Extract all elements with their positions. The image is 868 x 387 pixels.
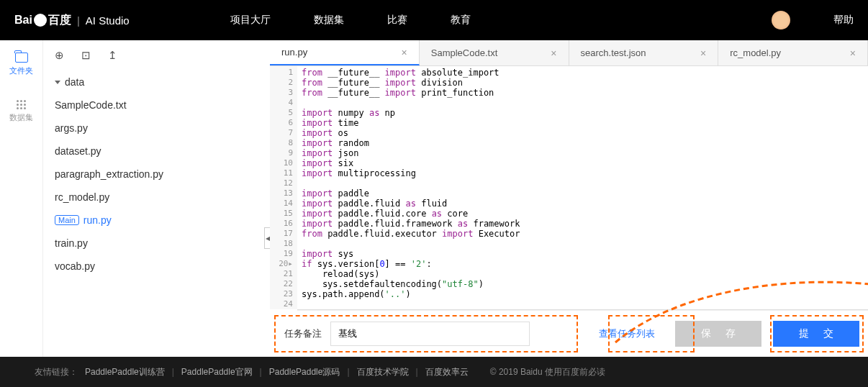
tree-file[interactable]: SampleCode.txt: [55, 94, 258, 117]
footer: 友情链接： PaddlePaddle训练营| PaddlePaddle官网| P…: [0, 357, 868, 387]
nav-projects[interactable]: 项目大厅: [230, 14, 271, 27]
tree-file[interactable]: rc_model.py: [55, 186, 258, 209]
tab-search-json[interactable]: search.test.json×: [569, 40, 719, 65]
close-icon[interactable]: ×: [850, 47, 856, 59]
save-button[interactable]: 保 存: [675, 321, 761, 347]
tree-file[interactable]: args.py: [55, 117, 258, 140]
action-bar: 任务备注 查看任务列表 保 存 提 交: [270, 311, 868, 357]
collapse-handle[interactable]: ◀: [264, 227, 270, 249]
avatar[interactable]: [772, 11, 790, 29]
left-sidebar: 文件夹 数据集: [0, 40, 43, 357]
remark-input[interactable]: [330, 322, 530, 346]
main-area: 文件夹 数据集 ⊕ ⊡ ↥ data SampleCode.txt args.p…: [0, 40, 868, 357]
upload-icon[interactable]: ↥: [108, 49, 117, 62]
file-panel: ⊕ ⊡ ↥ data SampleCode.txt args.py datase…: [43, 40, 270, 357]
nav-education[interactable]: 教育: [451, 14, 471, 27]
new-file-icon[interactable]: ⊕: [55, 49, 64, 62]
close-icon[interactable]: ×: [402, 47, 407, 58]
tree-file[interactable]: train.py: [55, 232, 258, 255]
view-tasks-link[interactable]: 查看任务列表: [590, 322, 664, 346]
grid-icon: [17, 100, 26, 109]
submit-button[interactable]: 提 交: [773, 321, 859, 347]
help-link[interactable]: 帮助: [833, 14, 854, 27]
file-tree: data SampleCode.txt args.py dataset.py p…: [43, 70, 270, 278]
close-icon[interactable]: ×: [551, 47, 556, 59]
footer-link[interactable]: PaddlePaddle源码: [269, 366, 340, 378]
tab-rcmodel[interactable]: rc_model.py×: [718, 40, 868, 65]
editor: ◀ run.py× SampleCode.txt× search.test.js…: [270, 40, 868, 357]
baidu-logo: Bai百度: [14, 13, 71, 28]
footer-link[interactable]: 百度效率云: [425, 366, 469, 378]
remark-label: 任务备注: [284, 327, 322, 340]
new-folder-icon[interactable]: ⊡: [81, 49, 91, 62]
tree-file[interactable]: paragraph_extraction.py: [55, 163, 258, 186]
sidebar-dataset[interactable]: 数据集: [0, 88, 42, 135]
product-name: AI Studio: [86, 14, 130, 27]
footer-link[interactable]: PaddlePaddle训练营: [85, 366, 165, 378]
tree-folder-data[interactable]: data: [55, 70, 258, 94]
tab-run-py[interactable]: run.py×: [270, 40, 420, 65]
footer-link[interactable]: 百度技术学院: [357, 366, 409, 378]
editor-tabs: run.py× SampleCode.txt× search.test.json…: [270, 40, 868, 66]
main-badge: Main: [55, 215, 79, 225]
main-nav: 项目大厅 数据集 比赛 教育: [230, 14, 471, 27]
footer-label: 友情链接：: [35, 366, 78, 378]
close-icon[interactable]: ×: [700, 47, 706, 59]
tree-file[interactable]: vocab.py: [55, 255, 258, 278]
paw-icon: [34, 14, 47, 27]
sidebar-files[interactable]: 文件夹: [0, 40, 42, 88]
code-content[interactable]: from __future__ import absolute_import f…: [297, 66, 868, 309]
tab-samplecode[interactable]: SampleCode.txt×: [420, 40, 569, 65]
remark-group: 任务备注: [279, 316, 535, 352]
nav-datasets[interactable]: 数据集: [314, 14, 344, 27]
tree-file[interactable]: dataset.py: [55, 140, 258, 163]
footer-link[interactable]: PaddlePaddle官网: [181, 366, 253, 378]
line-gutter: 1 2 3 4 5 6 7 8 9 10 11 12 13 14 15 16 1…: [270, 66, 297, 309]
logo[interactable]: Bai百度 | AI Studio: [14, 13, 130, 28]
tree-file-main[interactable]: Main run.py: [55, 209, 258, 232]
footer-copyright: © 2019 Baidu 使用百度前必读: [490, 366, 605, 378]
nav-competitions[interactable]: 比赛: [387, 14, 407, 27]
top-header: Bai百度 | AI Studio 项目大厅 数据集 比赛 教育 帮助: [0, 0, 868, 40]
folder-icon: [15, 53, 28, 63]
file-toolbar: ⊕ ⊡ ↥: [43, 49, 270, 70]
code-editor[interactable]: 1 2 3 4 5 6 7 8 9 10 11 12 13 14 15 16 1…: [270, 66, 868, 311]
